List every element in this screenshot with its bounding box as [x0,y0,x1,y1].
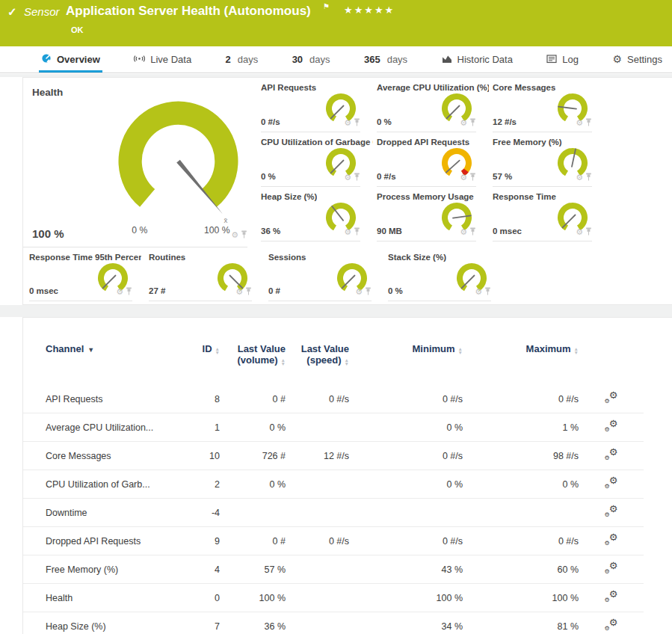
gear-icon[interactable]: ⚙ [355,288,363,296]
cell-channel[interactable]: Free Memory (%) [23,555,186,584]
cell-last_volume: 0 # [220,527,286,555]
gear-icon[interactable]: ⚙ [231,231,238,239]
channel-table-panel: Channel▼ ID▲▼ Last Value (volume)▲▼ Last… [22,317,672,634]
cell-max: 1 % [463,413,579,442]
pin-icon[interactable] [469,116,476,129]
edit-channel-icon[interactable]: ⚙⚙ [605,420,618,432]
pin-icon[interactable] [241,228,247,241]
pin-icon[interactable] [585,170,592,184]
gear-icon[interactable]: ⚙ [576,119,583,127]
tab-historic-data[interactable]: Historic Data [440,46,515,73]
priority-stars[interactable]: ★★★★★ [344,4,395,16]
health-gauge-chart: x̄0 %100 % [98,88,259,241]
table-row: API Requests80 #0 #/s0 #/s0 #/s⚙⚙ [23,385,644,413]
pin-icon[interactable] [585,225,592,238]
pin-icon[interactable] [354,225,360,238]
live-icon [134,54,145,66]
edit-channel-icon[interactable]: ⚙⚙ [605,505,618,517]
tab-log[interactable]: Log [544,46,581,73]
pin-icon[interactable] [354,170,360,184]
status-badge: OK [71,25,84,34]
cell-channel[interactable]: Downtime [23,499,186,527]
cell-channel[interactable]: Heap Size (%) [23,612,186,634]
edit-channel-icon[interactable]: ⚙⚙ [605,392,618,404]
cell-max: 0 #/s [463,527,579,555]
gauges-panel: Health x̄0 %100 % 100 % ⚙ API Requests0 … [22,77,672,305]
gear-icon[interactable]: ⚙ [460,119,467,127]
edit-channel-icon[interactable]: ⚙⚙ [605,591,618,603]
gear-icon[interactable]: ⚙ [344,173,351,182]
edit-channel-icon[interactable]: ⚙⚙ [605,534,618,546]
edit-channel-icon[interactable]: ⚙⚙ [605,619,618,631]
cell-id: 2 [186,470,220,499]
gear-icon[interactable]: ⚙ [576,173,583,182]
cell-max [463,499,579,527]
cell-max: 98 #/s [463,442,579,470]
gear-icon[interactable]: ⚙ [576,228,583,236]
gauge-value: 0 % [377,117,392,126]
pin-icon[interactable] [245,285,252,298]
cell-last_volume: 57 % [220,555,286,584]
gauge-cell: Heap Size (%)36 %⚙ [255,187,371,241]
channel-table: Channel▼ ID▲▼ Last Value (volume)▲▼ Last… [23,318,644,634]
gauge-title: API Requests [261,83,316,92]
cell-channel[interactable]: Dropped API Requests [23,527,186,555]
pin-icon[interactable] [354,116,360,129]
col-header-last-volume[interactable]: Last Value (volume)▲▼ [220,318,286,385]
gauge-value: 57 % [493,172,512,181]
gear-icon[interactable]: ⚙ [344,228,351,236]
pin-icon[interactable] [126,285,132,298]
gauge-cell: Response Time0 msec⚙ [487,187,602,241]
tab-30-days[interactable]: 30days [290,46,333,73]
cell-channel[interactable]: Core Messages [23,442,186,470]
tab-365-days[interactable]: 365days [362,46,410,73]
tab-overview[interactable]: Overview [39,46,102,73]
gear-icon[interactable]: ⚙ [460,228,467,236]
edit-channel-icon[interactable]: ⚙⚙ [605,562,618,574]
pin-icon[interactable] [585,116,592,129]
cell-last_volume: 0 % [220,413,286,442]
cell-channel[interactable]: Health [23,584,186,612]
flag-icon[interactable]: ⚑ [323,2,330,10]
tab-2-days[interactable]: 2days [224,46,261,73]
col-header-last-speed[interactable]: Last Value (speed)▲▼ [286,318,349,385]
cell-last_speed [286,413,349,442]
col-header-maximum[interactable]: Maximum▲▼ [463,318,579,385]
sort-icon: ▲▼ [215,347,220,354]
tab-settings[interactable]: ⚙Settings [610,46,665,73]
edit-channel-icon[interactable]: ⚙⚙ [605,449,618,461]
cell-min: 0 % [349,413,463,442]
gauge-title: Response Time [493,192,556,201]
gear-icon[interactable]: ⚙ [460,173,467,182]
gauge-value: 0 msec [29,286,58,295]
gear-icon[interactable]: ⚙ [344,119,351,127]
gauge-cell: Dropped API Requests0 #/s⚙ [371,132,487,187]
cell-last_volume [220,499,286,527]
gear-icon[interactable]: ⚙ [475,288,482,296]
gauge-cell: Free Memory (%)57 %⚙ [487,132,602,187]
table-row: Dropped API Requests90 #0 #/s0 #/s0 #/s⚙… [23,527,644,555]
cell-last_volume: 0 # [220,385,286,413]
cell-max: 81 % [463,612,579,634]
health-gauge-svg: x̄0 %100 % [98,88,259,238]
gauge-value: 100 % [32,227,64,240]
cell-channel[interactable]: API Requests [23,385,186,413]
col-header-id[interactable]: ID▲▼ [186,318,220,385]
pin-icon[interactable] [469,170,476,184]
gear-icon[interactable]: ⚙ [116,288,123,296]
pin-icon[interactable] [365,285,372,298]
pin-icon[interactable] [484,285,491,298]
tab-live-data[interactable]: Live Data [132,46,194,73]
gauge-value: 0 msec [493,227,522,236]
tab-days-unit: days [238,54,258,65]
col-header-channel[interactable]: Channel▼ [23,318,186,385]
gauge-cell: Stack Size (%)0 %⚙ [382,247,502,301]
pin-icon[interactable] [469,225,476,238]
table-row: Health0100 %100 %100 %⚙⚙ [23,584,644,612]
table-row: CPU Utilization of Garb...20 %0 %0 %⚙⚙ [23,470,644,499]
edit-channel-icon[interactable]: ⚙⚙ [605,477,618,489]
cell-channel[interactable]: Average CPU Utilization... [23,413,186,442]
gear-icon[interactable]: ⚙ [235,288,243,296]
col-header-minimum[interactable]: Minimum▲▼ [349,318,463,385]
cell-channel[interactable]: CPU Utilization of Garb... [23,470,186,499]
